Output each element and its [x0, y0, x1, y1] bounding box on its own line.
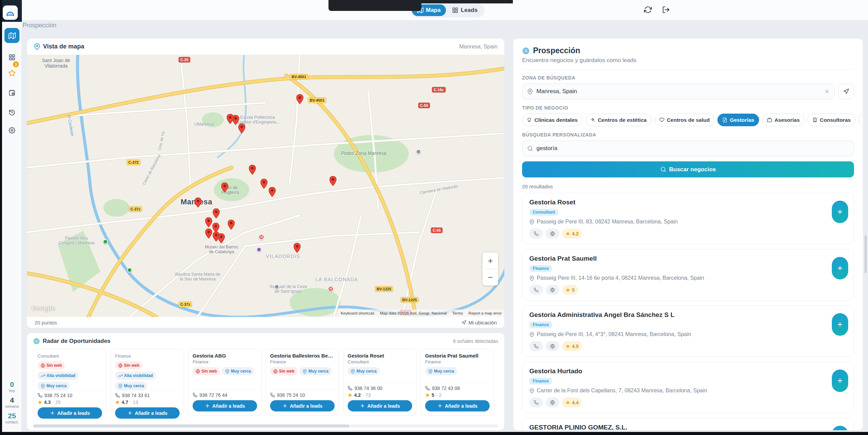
chip-centros-estetica[interactable]: Centros de estética [586, 114, 652, 126]
phone-pill[interactable] [529, 285, 543, 295]
add-to-leads-button[interactable]: Añadir a leads [115, 407, 180, 419]
result-item[interactable]: Gestoría Roset Consultant Passeig de Per… [522, 193, 854, 244]
add-lead-button[interactable] [832, 313, 848, 336]
document-icon [722, 117, 727, 122]
gray-poi-marker[interactable] [416, 149, 421, 154]
stat-contacts-label: contact. [2, 420, 22, 424]
tab-leads[interactable]: Leads [447, 4, 483, 16]
hospital-marker[interactable]: H [258, 234, 264, 240]
map-pin-marker[interactable] [296, 94, 304, 104]
add-to-leads-button[interactable]: Añadir a leads [348, 400, 412, 411]
clear-icon[interactable] [824, 89, 830, 94]
chip-gestorias[interactable]: Gestorías [717, 114, 759, 126]
my-location-button[interactable]: Mi ubicación [461, 320, 497, 325]
add-to-leads-button[interactable]: Añadir a leads [425, 400, 490, 411]
add-to-leads-button[interactable]: Añadir a leads [193, 400, 257, 411]
road-badge: BV-1225 [401, 297, 419, 303]
map-pin-marker[interactable] [227, 114, 234, 124]
radar-icon [33, 338, 40, 345]
tag-alta-visibilidad: Alta visibilidad [38, 372, 79, 380]
phone-pill[interactable] [529, 397, 543, 407]
website-pill[interactable] [546, 285, 559, 295]
result-item[interactable]: GESTORIA PLINIO GOMEZ, S.L. Finance Pass… [522, 418, 854, 431]
map-pin-marker[interactable] [213, 208, 220, 219]
result-item[interactable]: Gestoria Hurtado Finance Carrer de la Fo… [522, 362, 854, 413]
map-pin-marker[interactable] [249, 165, 256, 175]
report-error-link[interactable]: Report a map error [468, 311, 502, 315]
map-pin-marker[interactable] [294, 243, 301, 253]
horizontal-scrollbar[interactable] [33, 424, 498, 427]
star-icon [565, 288, 570, 292]
locate-button[interactable] [838, 84, 854, 99]
add-lead-button[interactable] [832, 201, 848, 223]
phone-icon [193, 393, 197, 397]
add-to-leads-button[interactable]: Añadir a leads [270, 400, 335, 411]
chip-asesorias[interactable]: Asesorías [762, 114, 804, 126]
result-item[interactable]: Gestoría Administrativa Angel Bra Sánche… [522, 305, 854, 357]
add-lead-button[interactable] [832, 369, 848, 392]
chip-clinicas-dentales[interactable]: Clínicas dentales [522, 114, 583, 126]
add-to-leads-button[interactable]: Añadir a leads [38, 407, 102, 419]
map-pin-marker[interactable] [330, 176, 337, 186]
star-icon [425, 393, 430, 397]
custom-search-wrapper [522, 141, 854, 156]
phone-icon [38, 393, 42, 398]
chip-restaurantes[interactable]: Restaurantes [858, 114, 863, 126]
sidebar-item-history[interactable] [4, 105, 19, 120]
rating-pill: 5 [562, 285, 578, 295]
chip-consultoras[interactable]: Consultoras [808, 114, 855, 126]
plus-icon [837, 208, 843, 215]
sidebar-item-schedule[interactable] [4, 85, 19, 100]
map-pin-marker[interactable] [205, 217, 212, 228]
zoom-in-button[interactable]: + [482, 252, 498, 269]
map-pin-marker[interactable] [218, 233, 225, 244]
app-logo[interactable] [3, 5, 18, 20]
refresh-icon[interactable] [644, 6, 652, 14]
sidebar-item-settings[interactable] [4, 123, 19, 138]
green-poi-marker[interactable] [127, 267, 132, 273]
search-icon [660, 166, 666, 172]
rating-pill: 4.2 [562, 229, 582, 238]
tag-muy-cerca: Muy cerca [38, 382, 70, 390]
zoom-out-button[interactable]: − [482, 269, 498, 286]
website-pill[interactable] [546, 397, 559, 407]
sidebar-item-favorites[interactable] [4, 66, 19, 81]
result-item[interactable]: Gestoria Prat Saumell Finance Passeig Pe… [522, 249, 854, 301]
plus-icon [282, 403, 288, 408]
website-pill[interactable] [546, 229, 559, 238]
map-pin-marker[interactable] [205, 229, 212, 239]
terms-link[interactable]: Terms [452, 311, 463, 315]
zone-input[interactable] [536, 88, 821, 95]
map-pin-marker[interactable] [228, 220, 235, 230]
hospital-marker[interactable]: H [328, 286, 334, 292]
gear-icon [9, 127, 15, 134]
map-viewport[interactable]: Sant Joan de Vilatorrada UManresa Escola… [27, 55, 504, 317]
vertical-scrollbar[interactable] [865, 235, 867, 273]
chip-centros-salud[interactable]: Centros de salud [655, 114, 715, 126]
search-businesses-button[interactable]: Buscar negocios [522, 161, 854, 177]
map-pin-marker[interactable] [238, 124, 246, 134]
map-pin-marker[interactable] [261, 179, 268, 189]
museum-poi-marker[interactable] [256, 247, 262, 252]
custom-search-input[interactable] [536, 145, 849, 152]
map-pin-marker[interactable] [195, 198, 202, 208]
signals-count: 8 señales detectadas [453, 338, 498, 344]
phone-row: 938 74 36 00 [348, 386, 412, 391]
logout-icon[interactable] [662, 6, 670, 14]
phone-pill[interactable] [529, 229, 543, 238]
business-name: Gestoría Roset [348, 353, 412, 359]
business-name: Gestoria ABG [193, 353, 257, 359]
map-label-parc: Parc de Puigterrà [216, 185, 244, 195]
result-name: Gestoría Roset [529, 199, 847, 206]
map-pin-marker[interactable] [221, 183, 228, 193]
keyboard-shortcuts-link[interactable]: Keyboard shortcuts [341, 311, 375, 315]
add-lead-button[interactable] [832, 257, 848, 279]
map-pin-marker[interactable] [269, 187, 276, 197]
globe-icon [273, 369, 278, 374]
gray-poi-marker[interactable] [274, 284, 279, 289]
website-pill[interactable] [546, 341, 559, 351]
green-poi-marker[interactable] [103, 239, 108, 244]
phone-pill[interactable] [529, 341, 543, 351]
sidebar-item-map[interactable] [4, 28, 19, 43]
scrollbar-thumb[interactable] [33, 424, 349, 427]
